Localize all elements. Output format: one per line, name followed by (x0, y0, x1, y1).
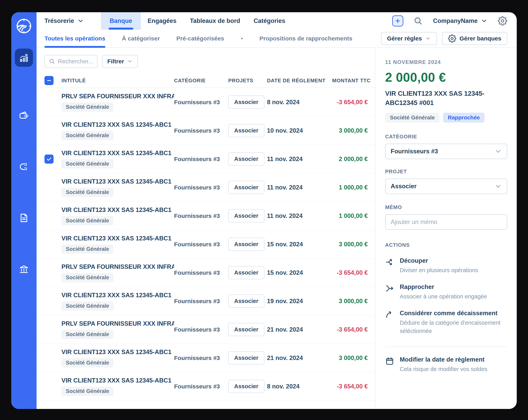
table-row[interactable]: VIR CLIENT123 XXX SAS 12345-ABC1 Société… (36, 116, 375, 145)
operations-list: Filtrer INTITULÉ CATÉGORIE PROJETS DATE … (36, 48, 375, 409)
category-select[interactable]: Fournisseurs #3 (385, 144, 507, 159)
company-switcher[interactable]: CompanyName (433, 17, 488, 24)
subtab-label: Pré-catégorisées (177, 35, 224, 42)
date-cell: 11 nov. 2024 (267, 212, 332, 219)
tab-label: Catégories (253, 17, 285, 24)
separator-dot: • (241, 35, 243, 42)
subtab-label: À catégoriser (122, 35, 160, 42)
app-window: Trésorerie Banque Engagées Tableaux de b… (11, 12, 517, 409)
amount-cell: 3 000,00 € (332, 241, 368, 248)
subtab-propositions-rapprochements[interactable]: Propositions de rapprochements (259, 30, 352, 47)
category-label: CATÉGORIE (385, 134, 507, 140)
associer-button[interactable]: Associer (228, 181, 264, 194)
subtab-toutes-les-operations[interactable]: Toutes les opérations (45, 30, 105, 47)
bank-badge: Société Générale (61, 188, 113, 197)
search-input[interactable] (58, 58, 93, 65)
action-subtitle: Déduire de la catégorie d’encaissement s… (400, 318, 507, 335)
subtab-pre-categorisees[interactable]: Pré-catégorisées (177, 30, 224, 47)
app-logo[interactable] (15, 12, 33, 35)
wallet-icon (19, 110, 29, 121)
manage-rules-button[interactable]: Gérer règles (381, 32, 437, 45)
table-row[interactable]: VIR CLIENT123 XXX SAS 12345-ABC1 Société… (36, 230, 375, 259)
table-row[interactable]: VIR CLIENT123 XXX SAS 12345-ABC1 Société… (36, 202, 375, 230)
sidebar-item-wallet[interactable] (15, 106, 33, 124)
search-icon (49, 58, 55, 65)
bank-icon (19, 264, 29, 274)
action-rapprocher[interactable]: Rapprocher Associer à une opération enga… (385, 284, 507, 301)
action-title: Découper (400, 257, 478, 264)
curved-arrow-up-icon (385, 310, 394, 319)
operation-date: 11 NOVEMBRE 2024 (385, 59, 507, 65)
tab-engagees[interactable]: Engagées (141, 12, 183, 30)
status-badge: Rapprochée (443, 113, 484, 123)
action-subtitle: Associer à une opération engagée (400, 292, 487, 301)
add-button[interactable] (392, 15, 403, 26)
operation-title: VIR CLIENT123 XXX SAS 12345-ABC1 (61, 178, 171, 185)
associer-button[interactable]: Associer (228, 295, 264, 308)
associer-button[interactable]: Associer (228, 96, 264, 109)
table-row[interactable]: VIR CLIENT123 XXX SAS 12345-ABC1 Société… (36, 287, 375, 315)
sidebar-item-dashboard[interactable] (15, 48, 33, 67)
bank-badge: Société Générale (61, 301, 113, 311)
associer-button[interactable]: Associer (228, 152, 264, 166)
subtab-a-categoriser[interactable]: À catégoriser (122, 30, 160, 47)
tab-categories[interactable]: Catégories (247, 12, 292, 30)
amount-cell: 1 000,00 € (332, 212, 368, 219)
sidebar-item-banks[interactable] (15, 260, 33, 278)
bank-badge: Société Générale (385, 113, 440, 123)
table-row[interactable]: PRLV SEPA FOURNISSEUR XXX INFRA Société … (36, 88, 375, 116)
associer-button[interactable]: Associer (228, 124, 264, 137)
associer-button[interactable]: Associer (228, 266, 264, 279)
subtab-label: Propositions de rapprochements (259, 35, 352, 42)
table-row[interactable]: VIR CLIENT123 XXX SAS 12345-ABC1 Société… (36, 372, 375, 401)
action-modifier-date[interactable]: Modifier la date de règlement Cela risqu… (385, 356, 507, 373)
table-row[interactable]: VIR CLIENT123 XXX SAS 12345-ABC1 Société… (36, 173, 375, 202)
table-row[interactable]: VIR CLIENT123 XXX SAS 12345-ABC1 Société… (36, 145, 375, 173)
associer-button[interactable]: Associer (228, 323, 264, 336)
category-cell: Fournisseurs #3 (174, 326, 228, 333)
filter-button[interactable]: Filtrer (102, 55, 138, 68)
search-icon[interactable] (414, 16, 423, 25)
company-name: CompanyName (433, 17, 478, 24)
tab-label: Tableaux de bord (190, 17, 240, 24)
category-cell: Fournisseurs #3 (174, 241, 228, 248)
workspace-switcher[interactable]: Trésorerie (45, 12, 84, 30)
manage-banks-button[interactable]: Gérer banques (442, 32, 507, 45)
tab-banque[interactable]: Banque (101, 12, 141, 30)
category-cell: Fournisseurs #3 (174, 355, 228, 361)
date-cell: 8 nov. 2024 (267, 99, 332, 106)
associer-button[interactable]: Associer (228, 209, 264, 222)
tab-tableaux-de-bord[interactable]: Tableaux de bord (183, 12, 247, 30)
action-decouper[interactable]: Découper Diviser en plusieurs opérations (385, 257, 507, 274)
memo-input[interactable] (385, 214, 507, 230)
row-checkbox[interactable] (45, 155, 54, 164)
associer-button[interactable]: Associer (228, 238, 264, 251)
bank-badge: Société Générale (61, 387, 113, 396)
bank-badge: Société Générale (61, 245, 113, 254)
bank-badge: Société Générale (61, 159, 113, 169)
settings-gear-icon[interactable] (498, 16, 507, 26)
select-all-checkbox[interactable] (45, 76, 54, 85)
date-cell: 19 nov. 2024 (267, 298, 332, 305)
date-cell: 11 nov. 2024 (267, 156, 332, 163)
category-cell: Fournisseurs #3 (174, 99, 228, 106)
check-icon (46, 156, 52, 162)
sub-navigation: Toutes les opérations À catégoriser Pré-… (36, 30, 517, 48)
associer-button[interactable]: Associer (228, 380, 264, 393)
action-considerer-decaissement[interactable]: Considérer comme décaissement Déduire de… (385, 310, 507, 335)
category-cell: Fournisseurs #3 (174, 269, 228, 276)
chevron-down-icon (495, 183, 502, 190)
table-row[interactable]: VIR CLIENT123 XXX SAS 12345-ABC1 Société… (36, 344, 375, 372)
amount-cell: -3 654,00 € (332, 383, 368, 390)
sidebar-item-documents[interactable] (15, 209, 33, 227)
workspace-label: Trésorerie (45, 17, 74, 24)
project-select[interactable]: Associer (385, 179, 507, 194)
category-cell: Fournisseurs #3 (174, 156, 228, 162)
sidebar-item-magnet[interactable] (15, 158, 33, 176)
panel-divider (385, 347, 507, 347)
table-row[interactable]: PRLV SEPA FOURNISSEUR XXX INFRA Société … (36, 315, 375, 344)
table-row[interactable]: PRLV SEPA FOURNISSEUR XXX INFRA Société … (36, 259, 375, 287)
associer-button[interactable]: Associer (228, 351, 264, 364)
chevron-down-icon (481, 18, 488, 24)
chevron-down-icon (425, 35, 431, 41)
